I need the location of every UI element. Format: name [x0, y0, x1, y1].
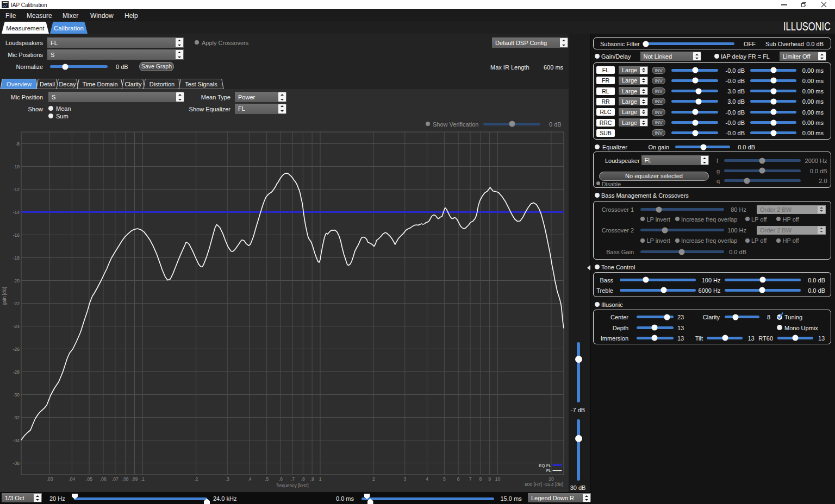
- svg-text:frequency [kHz]: frequency [kHz]: [276, 483, 308, 488]
- svg-text:7: 7: [469, 476, 472, 482]
- svg-text:.7: .7: [291, 476, 295, 482]
- svg-text:.1: .1: [141, 476, 145, 482]
- svg-text:Time Domain: Time Domain: [83, 81, 118, 87]
- svg-text:-8: -8: [15, 141, 20, 147]
- svg-text:-10: -10: [13, 164, 20, 169]
- svg-text:-12: -12: [13, 187, 20, 192]
- svg-text:-16: -16: [13, 232, 20, 238]
- svg-text:2: 2: [372, 476, 375, 482]
- svg-text:.3: .3: [226, 476, 229, 482]
- svg-text:10: 10: [495, 476, 501, 482]
- svg-text:-18: -18: [13, 255, 20, 261]
- svg-text:.08: .08: [122, 476, 129, 482]
- svg-text:.03: .03: [47, 476, 53, 482]
- svg-text:-24: -24: [13, 324, 20, 329]
- svg-text:.06: .06: [100, 476, 107, 482]
- svg-text:.09: .09: [132, 476, 138, 482]
- svg-text:20: 20: [549, 476, 554, 482]
- svg-text:-22: -22: [13, 301, 20, 306]
- svg-text:9: 9: [488, 476, 491, 482]
- svg-text:3: 3: [403, 476, 406, 482]
- svg-text:8: 8: [479, 476, 482, 482]
- svg-text:ILLUSONIC: ILLUSONIC: [783, 21, 831, 33]
- svg-text:.5: .5: [265, 476, 269, 482]
- svg-text:5: 5: [443, 476, 446, 482]
- svg-text:EQ FL: EQ FL: [539, 463, 552, 468]
- svg-text:.8: .8: [301, 476, 305, 482]
- svg-text:FL: FL: [546, 468, 552, 473]
- svg-text:-14: -14: [13, 210, 20, 215]
- svg-text:6: 6: [457, 476, 460, 482]
- svg-text:.05: .05: [86, 476, 92, 482]
- svg-text:.07: .07: [112, 476, 119, 482]
- svg-text:.6: .6: [279, 476, 283, 482]
- svg-text:Decay: Decay: [59, 81, 76, 87]
- svg-text:600 [Hz] -15.4 [dB]: 600 [Hz] -15.4 [dB]: [525, 482, 563, 487]
- svg-text:gain [dB]: gain [dB]: [2, 287, 7, 305]
- svg-text:-26: -26: [13, 346, 20, 352]
- svg-text:-36: -36: [13, 461, 20, 466]
- svg-text:-28: -28: [13, 369, 20, 375]
- svg-text:Measurement: Measurement: [6, 25, 45, 32]
- svg-text:-34: -34: [13, 438, 20, 443]
- svg-text:-30: -30: [13, 392, 20, 398]
- svg-text:.4: .4: [247, 476, 251, 482]
- svg-text:.9: .9: [310, 476, 314, 482]
- svg-text:.2: .2: [194, 476, 198, 482]
- svg-text:1: 1: [319, 476, 322, 482]
- svg-text:Overview: Overview: [7, 81, 32, 87]
- svg-text:.04: .04: [68, 476, 75, 482]
- svg-text:-32: -32: [13, 415, 20, 420]
- svg-text:Detail: Detail: [40, 81, 55, 87]
- svg-text:Clarity: Clarity: [124, 81, 142, 87]
- svg-text:Distortion: Distortion: [149, 81, 175, 87]
- svg-text:Calibration: Calibration: [54, 25, 84, 32]
- svg-text:4: 4: [426, 476, 428, 482]
- svg-text:Test Signals: Test Signals: [185, 81, 217, 87]
- svg-text:-20: -20: [13, 278, 20, 284]
